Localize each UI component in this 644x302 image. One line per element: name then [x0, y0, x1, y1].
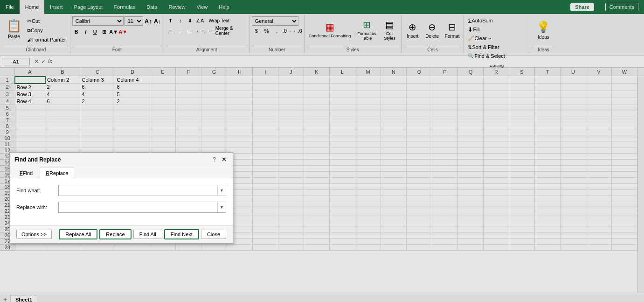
- find-what-label: Find what:: [16, 188, 58, 193]
- find-what-field: Find what: ▼: [16, 185, 226, 196]
- find-all-button[interactable]: Find All: [133, 230, 162, 239]
- replace-button[interactable]: Replace: [99, 229, 131, 239]
- close-button[interactable]: Close: [201, 230, 226, 239]
- dialog-tabs: FFind RReplace: [10, 167, 233, 178]
- replace-all-button[interactable]: Replace All: [59, 229, 97, 239]
- dialog-tab-replace[interactable]: RReplace: [40, 168, 74, 178]
- dialog-title: Find and Replace: [14, 156, 61, 163]
- dialog-title-bar[interactable]: Find and Replace ? ✕: [10, 153, 233, 167]
- replace-with-label: Replace with:: [16, 204, 58, 210]
- replace-with-field: Replace with: ▼: [16, 202, 226, 213]
- replace-with-dropdown[interactable]: ▼: [217, 202, 226, 212]
- find-next-button[interactable]: Find Next: [164, 229, 199, 239]
- replace-with-input[interactable]: [59, 203, 217, 211]
- find-what-input[interactable]: [59, 186, 217, 195]
- action-buttons: Replace All Replace Find All Find Next C…: [59, 229, 226, 239]
- find-what-dropdown[interactable]: ▼: [217, 185, 226, 196]
- dialog-help-icon[interactable]: ?: [213, 156, 216, 163]
- dialog-footer: Options >> Replace All Replace Find All …: [10, 225, 233, 243]
- modal-overlay: Find and Replace ? ✕ FFind RReplace Find…: [0, 0, 644, 302]
- find-what-input-wrap: ▼: [58, 185, 226, 196]
- dialog-close-button[interactable]: ✕: [220, 155, 228, 164]
- options-button[interactable]: Options >>: [16, 230, 52, 239]
- find-replace-dialog: Find and Replace ? ✕ FFind RReplace Find…: [9, 152, 233, 244]
- replace-with-input-wrap: ▼: [58, 202, 226, 213]
- dialog-body: Find what: ▼ Replace with: ▼: [10, 178, 233, 225]
- dialog-tab-find[interactable]: FFind: [14, 168, 39, 178]
